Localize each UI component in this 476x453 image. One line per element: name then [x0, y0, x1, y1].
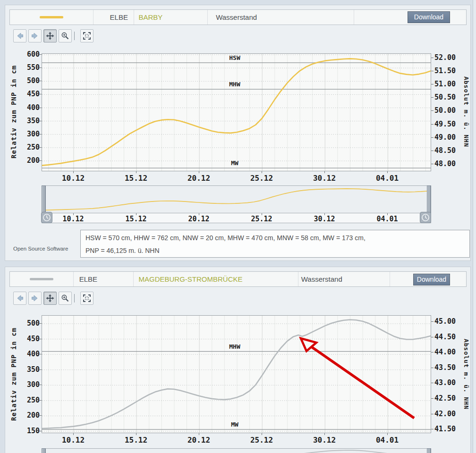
y-axis-tick-mark [39, 400, 42, 401]
y-axis-tick-label: 50.00 [434, 106, 461, 115]
parameter-name: Wasserstand [298, 272, 391, 286]
x-axis-tick-label: 10.12 [58, 174, 88, 183]
range-timeline-tick [262, 213, 262, 215]
y-axis-tick-mark [431, 97, 434, 98]
fit-view-button[interactable] [80, 292, 94, 305]
range-handle-left[interactable] [42, 185, 46, 213]
y-axis-tick-mark [39, 431, 42, 431]
zoom-icon [60, 31, 70, 41]
y-axis-tick-label: 250 [18, 143, 40, 152]
y-axis-tick-mark [431, 429, 434, 429]
y-axis-tick-mark [431, 137, 434, 138]
y-axis-tick-mark [431, 110, 434, 111]
y-axis-tick-label: 49.00 [434, 133, 461, 142]
x-axis-tick-label: 15.12 [121, 174, 151, 183]
ref-line-label-mw: MW [221, 159, 249, 167]
range-timeline-label: 25.12 [246, 214, 277, 224]
y-axis-tick-mark [431, 368, 434, 368]
y-axis-tick-label: 44.50 [434, 332, 461, 342]
y-axis-title-right: Absolut m. ü. NHN [461, 53, 470, 171]
y-axis-tick-label: 600 [18, 50, 40, 59]
fit-view-button[interactable] [80, 29, 94, 42]
y-axis-tick-mark [39, 415, 42, 416]
range-selector-band[interactable] [42, 448, 431, 453]
series-color-swatch [40, 16, 63, 18]
back-button[interactable] [13, 292, 26, 305]
y-axis-tick-label: 500 [18, 76, 40, 85]
time-handle-left[interactable] [41, 212, 52, 223]
back-button[interactable] [13, 29, 26, 42]
minimap-line [43, 450, 430, 453]
clock-icon-right-button[interactable] [420, 212, 431, 223]
x-axis-tick-mark [324, 433, 325, 435]
x-axis-tick-mark [199, 171, 199, 173]
pan-icon [45, 294, 55, 303]
y-axis-title-left: Relativ zum PNP in cm [10, 53, 18, 171]
x-axis-tick-label: 04.01 [372, 436, 402, 445]
pan-button[interactable] [43, 29, 57, 42]
range-selector-band[interactable] [42, 185, 431, 213]
forward-button[interactable] [28, 29, 42, 42]
y-axis-tick-mark [431, 383, 434, 383]
x-axis-tick-label: 04.01 [372, 174, 402, 183]
y-axis-tick-label: 51.50 [434, 66, 461, 76]
gauge-info-line2: PNP = 46,125 m. ü. NHN [85, 244, 465, 257]
y-axis-tick-mark [39, 369, 42, 370]
y-axis-tick-mark [39, 160, 42, 161]
range-handle-right[interactable] [427, 185, 431, 213]
y-axis-tick-mark [431, 352, 434, 352]
x-axis-tick-mark [73, 171, 74, 173]
range-handle-left[interactable] [42, 448, 46, 453]
range-timeline-tick [324, 213, 325, 215]
y-axis-tick-mark [39, 108, 42, 108]
y-axis-tick-label: 43.50 [434, 363, 461, 372]
y-axis-tick-label: 350 [18, 116, 40, 126]
ref-line-label-mhw: MHW [221, 343, 249, 351]
range-timeline-label: 10.12 [58, 214, 88, 224]
x-axis-tick-mark [387, 171, 388, 173]
y-axis-tick-label: 300 [18, 380, 40, 389]
open-source-credit: Open Source Software [13, 246, 79, 252]
y-axis-tick-label: 400 [18, 103, 40, 112]
y-axis-tick-label: 400 [18, 349, 40, 359]
range-timeline-tick [199, 213, 199, 215]
range-handle-right[interactable] [427, 448, 431, 453]
river-name: ELBE [74, 272, 134, 286]
y-axis-tick-mark [39, 54, 42, 55]
minimap-line [43, 189, 430, 210]
y-axis-tick-label: 49.50 [434, 119, 461, 129]
y-axis-tick-label: 51.00 [434, 79, 461, 89]
x-axis-tick-mark [262, 171, 262, 173]
range-timeline-label: 20.12 [184, 214, 214, 224]
gauge-info-box: HSW = 570 cm, HHW = 762 cm, NNW = 20 cm,… [80, 230, 470, 258]
vertical-scrollbar[interactable] [473, 0, 476, 453]
x-axis-tick-label: 25.12 [246, 174, 277, 183]
y-axis-tick-label: 45.00 [434, 317, 461, 326]
river-name: ELBE [94, 10, 134, 25]
range-timeline-label: 15.12 [121, 214, 151, 224]
y-axis-title-right: Absolut m. ü. NHN [461, 315, 470, 433]
y-axis-tick-mark [431, 164, 434, 164]
range-timeline-tick [387, 213, 388, 215]
forward-button[interactable] [28, 292, 42, 305]
y-axis-tick-mark [39, 339, 42, 339]
range-timeline-label: 04.01 [372, 214, 402, 224]
y-axis-tick-label: 150 [18, 426, 40, 436]
download-button[interactable]: Download [413, 274, 450, 285]
y-axis-tick-label: 550 [18, 63, 40, 72]
y-axis-tick-label: 44.00 [434, 347, 461, 357]
download-button[interactable]: Download [408, 11, 450, 23]
y-axis-tick-label: 200 [18, 156, 40, 165]
y-axis-tick-mark [431, 398, 434, 399]
pan-button[interactable] [43, 292, 57, 305]
zoom-icon [60, 294, 70, 303]
toolbar-separator: | [74, 294, 75, 302]
chart-plot-area[interactable] [42, 53, 431, 171]
series-color-swatch [30, 278, 53, 280]
x-axis-tick-mark [199, 433, 199, 435]
zoom-button[interactable] [59, 29, 72, 42]
chart-plot-area[interactable] [42, 315, 431, 433]
y-axis-tick-mark [431, 84, 434, 84]
zoom-button[interactable] [59, 292, 72, 305]
y-axis-tick-mark [39, 81, 42, 81]
